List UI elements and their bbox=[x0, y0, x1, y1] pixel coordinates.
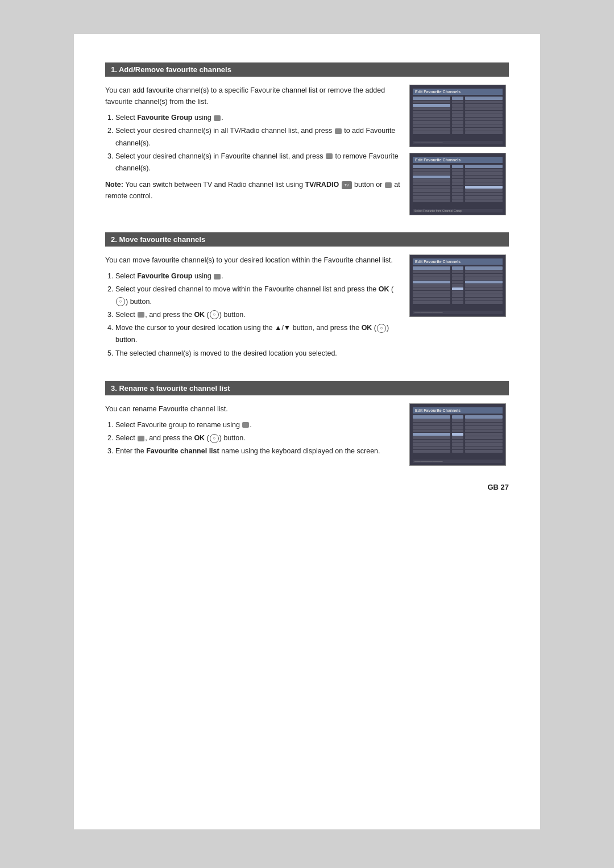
tv-row bbox=[452, 419, 463, 422]
tv-columns-2 bbox=[413, 165, 503, 208]
tv-row bbox=[452, 193, 463, 195]
section1-steps: Select Favourite Group using . Select yo… bbox=[115, 112, 400, 174]
tv-row bbox=[452, 121, 463, 124]
col-header-right-3 bbox=[465, 266, 503, 270]
tv-row bbox=[413, 101, 450, 103]
tv-col-right-3 bbox=[465, 266, 503, 310]
tv-row bbox=[452, 291, 463, 294]
tv-row bbox=[413, 436, 450, 439]
tv-title-bar-2: Edit Favourite Channels bbox=[413, 157, 503, 163]
section-move: 2. Move favourite channels You can move … bbox=[105, 232, 509, 364]
section1-step3: Select your desired channel(s) in Favour… bbox=[115, 151, 400, 175]
section3-step1: Select Favourite group to rename using . bbox=[115, 419, 400, 431]
tv-row bbox=[413, 433, 450, 436]
section3-intro: You can rename Favourite channel list. bbox=[105, 403, 400, 415]
tv-row bbox=[452, 270, 463, 273]
tv-row bbox=[452, 176, 463, 178]
tv-col-right-2 bbox=[465, 165, 503, 208]
tv-row bbox=[465, 107, 503, 110]
tv-row bbox=[465, 426, 503, 429]
section1-screens: Edit Favourite Channels bbox=[409, 85, 509, 215]
tv-row bbox=[452, 294, 463, 297]
tv-row bbox=[413, 270, 450, 273]
tv-row bbox=[452, 199, 463, 202]
tv-radio-icon: TV bbox=[342, 181, 352, 189]
tv-row bbox=[413, 196, 450, 199]
col-header-mid-4 bbox=[452, 415, 463, 419]
tv-row bbox=[465, 429, 503, 432]
fav-group-icon-3a bbox=[242, 422, 249, 428]
tv-row bbox=[452, 426, 463, 429]
tv-row bbox=[465, 179, 503, 182]
col-header-mid-1 bbox=[452, 97, 463, 100]
tv-row bbox=[413, 124, 450, 127]
tv-columns-3 bbox=[413, 266, 503, 310]
tv-row bbox=[452, 450, 463, 453]
section3-step2: Select , and press the OK (○) button. bbox=[115, 432, 400, 444]
tv-row bbox=[465, 118, 503, 120]
tv-row bbox=[413, 189, 450, 192]
col-header-right-2 bbox=[465, 165, 503, 168]
tv-row bbox=[452, 446, 463, 449]
tv-row bbox=[452, 104, 463, 107]
col-header-right-1 bbox=[465, 97, 503, 100]
tv-row bbox=[465, 446, 503, 449]
tv-row bbox=[465, 450, 503, 453]
section2-step4: Move the cursor to your desired location… bbox=[115, 322, 400, 347]
section3-text: You can rename Favourite channel list. S… bbox=[105, 403, 400, 462]
tv-row bbox=[465, 182, 503, 185]
page-number-text: GB 27 bbox=[487, 483, 509, 491]
tv-col-right-1 bbox=[465, 97, 503, 140]
section-add-remove: 1. Add/Remove favourite channels You can… bbox=[105, 62, 509, 215]
tv-col-left-2 bbox=[413, 165, 450, 208]
col-header-mid-2 bbox=[452, 165, 463, 168]
tv-row bbox=[465, 436, 503, 439]
tv-row bbox=[413, 423, 450, 425]
tv-row bbox=[465, 114, 503, 117]
tv-row bbox=[413, 172, 450, 175]
section2-step1: Select Favourite Group using . bbox=[115, 270, 400, 282]
tv-col-mid-2 bbox=[452, 165, 463, 208]
tv-row bbox=[465, 277, 503, 280]
tv-row bbox=[413, 199, 450, 202]
ok-button-icon-2c: ○ bbox=[377, 324, 386, 333]
tv-row bbox=[465, 270, 503, 273]
tv-row bbox=[452, 440, 463, 443]
tv-row bbox=[465, 301, 503, 304]
tv-row bbox=[465, 291, 503, 294]
tv-row bbox=[465, 111, 503, 114]
section3-steps: Select Favourite group to rename using .… bbox=[115, 419, 400, 458]
tv-row bbox=[452, 128, 463, 131]
tv-row bbox=[452, 101, 463, 103]
tv-row bbox=[465, 433, 503, 436]
tv-col-left-3 bbox=[413, 266, 450, 310]
tv-row bbox=[452, 277, 463, 280]
tv-row bbox=[413, 277, 450, 280]
section3-content: You can rename Favourite channel list. S… bbox=[105, 403, 509, 466]
section1-step1: Select Favourite Group using . bbox=[115, 112, 400, 124]
section-rename: 3. Rename a favourite channel list You c… bbox=[105, 381, 509, 466]
tv-row bbox=[452, 433, 463, 436]
tv-row bbox=[465, 284, 503, 287]
tv-col-right-4 bbox=[465, 415, 503, 458]
tv-row bbox=[413, 107, 450, 110]
tv-row bbox=[465, 423, 503, 425]
tv-columns-4 bbox=[413, 415, 503, 458]
tv-row bbox=[465, 169, 503, 172]
section3-title: 3. Rename a favourite channel list bbox=[111, 384, 230, 393]
screen1-top: Edit Favourite Channels bbox=[409, 85, 506, 147]
section1-step2: Select your desired channel(s) in all TV… bbox=[115, 125, 400, 149]
section1-header: 1. Add/Remove favourite channels bbox=[105, 62, 509, 77]
col-header-right-4 bbox=[465, 415, 503, 419]
section1-note: Note: You can switch between TV and Radi… bbox=[105, 179, 400, 202]
section2-header: 2. Move favourite channels bbox=[105, 232, 509, 247]
tv-row bbox=[452, 111, 463, 114]
tv-row bbox=[413, 111, 450, 114]
section3-header: 3. Rename a favourite channel list bbox=[105, 381, 509, 395]
tv-row bbox=[465, 176, 503, 178]
tv-row bbox=[465, 121, 503, 124]
tv-row bbox=[465, 189, 503, 192]
ok-button-icon-2b: ○ bbox=[210, 310, 219, 319]
col-header-left-4 bbox=[413, 415, 450, 419]
tv-col-mid-1 bbox=[452, 97, 463, 140]
